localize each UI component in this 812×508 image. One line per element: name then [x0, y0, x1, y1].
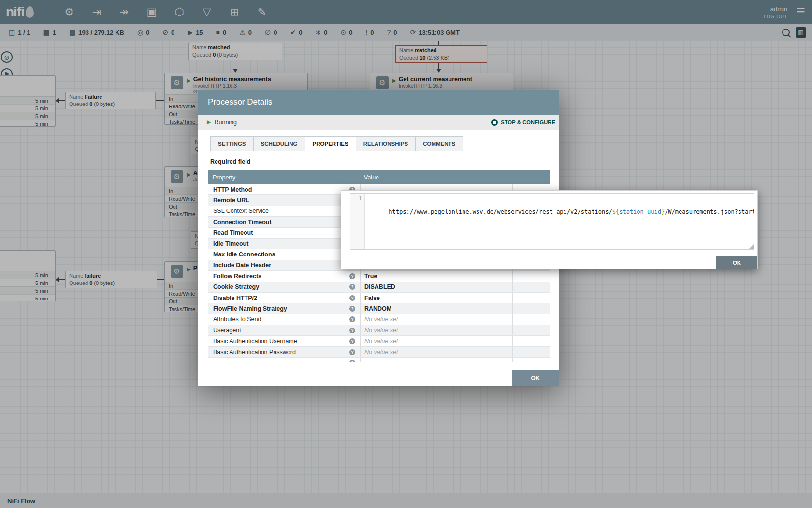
property-value[interactable]: RANDOM: [364, 305, 392, 312]
help-icon[interactable]: ?: [349, 328, 355, 333]
property-value[interactable]: False: [364, 295, 380, 301]
stop-and-configure-button[interactable]: STOP & CONFIGURE: [491, 119, 555, 126]
help-icon[interactable]: ?: [349, 284, 355, 290]
property-value-cell[interactable]: RANDOM: [360, 303, 512, 314]
property-value[interactable]: True: [364, 273, 377, 280]
property-value-cell[interactable]: No value set: [360, 347, 512, 357]
property-name-cell: Attributes to Send ?: [208, 314, 360, 325]
property-value-cell[interactable]: False: [360, 293, 512, 303]
property-name: Include Date Header: [213, 262, 271, 269]
value-editor-popup: 1 https://www.pegelonline.wsv.de/webserv…: [341, 190, 758, 269]
property-value-cell[interactable]: DISABLED: [360, 282, 512, 292]
dialog-tab[interactable]: RELATIONSHIPS: [356, 136, 416, 151]
property-name-cell: Idle Timeout ?: [208, 239, 360, 249]
property-name-cell: FlowFile Naming Strategy ?: [208, 303, 360, 314]
property-name-cell: Basic Authentication Password ?: [208, 347, 360, 357]
property-value-cell[interactable]: No value set: [360, 314, 512, 325]
dialog-tab[interactable]: PROPERTIES: [305, 136, 356, 151]
property-name-cell: ?: [208, 358, 360, 362]
property-name: FlowFile Naming Strategy: [213, 305, 287, 312]
property-value[interactable]: No value set: [364, 349, 398, 356]
property-row[interactable]: Follow Redirects ? True: [208, 271, 550, 282]
value-editor[interactable]: 1 https://www.pegelonline.wsv.de/webserv…: [350, 193, 754, 250]
property-name-cell: HTTP Method ?: [208, 184, 360, 194]
property-name: Connection Timeout: [213, 219, 272, 225]
property-row[interactable]: Attributes to Send ? No value set: [208, 314, 550, 325]
property-name-cell: SSL Context Service ?: [208, 206, 360, 216]
property-name-cell: Useragent ?: [208, 325, 360, 335]
help-icon[interactable]: ?: [349, 316, 355, 322]
property-name-cell: Disable HTTP/2 ?: [208, 293, 360, 303]
code-segment: https://www.pegelonline.wsv.de/webservic…: [389, 209, 612, 215]
property-name-cell: Read Timeout ?: [208, 228, 360, 238]
property-value[interactable]: No value set: [364, 338, 398, 344]
property-actions-cell: [512, 271, 550, 281]
property-name: Remote URL: [213, 197, 249, 204]
property-actions-cell: [512, 282, 550, 292]
property-name-cell: Remote URL ?: [208, 195, 360, 205]
property-actions-cell: [512, 358, 550, 362]
property-row[interactable]: ?: [208, 358, 550, 362]
property-name-cell: Max Idle Connections ?: [208, 249, 360, 259]
editor-ok-button[interactable]: OK: [716, 256, 757, 269]
property-name: Useragent: [213, 327, 241, 334]
property-name-cell: Include Date Header ?: [208, 260, 360, 270]
stop-configure-icon: [491, 119, 498, 126]
property-name: Read Timeout: [213, 229, 253, 236]
line-number: 1: [359, 195, 362, 202]
property-name: Cookie Strategy: [213, 284, 259, 290]
property-row[interactable]: Basic Authentication Password ? No value…: [208, 347, 550, 358]
property-name: Disable HTTP/2: [213, 295, 257, 301]
resize-handle-icon[interactable]: [749, 244, 754, 249]
property-column-header: Property: [208, 174, 360, 181]
property-name: Follow Redirects: [213, 273, 261, 280]
dialog-ok-button[interactable]: OK: [512, 370, 559, 386]
dialog-status-row: ▶ Running STOP & CONFIGURE: [198, 115, 559, 130]
value-column-header: Value: [360, 174, 550, 181]
property-name-cell: Connection Timeout ?: [208, 217, 360, 227]
code-segment: ${: [612, 209, 619, 215]
property-row[interactable]: Cookie Strategy ? DISABLED: [208, 282, 550, 293]
dialog-tab[interactable]: COMMENTS: [415, 136, 463, 151]
property-name: Attributes to Send: [213, 316, 261, 323]
property-value[interactable]: No value set: [364, 327, 398, 334]
property-actions-cell: [512, 293, 550, 303]
property-value-cell[interactable]: True: [360, 271, 512, 281]
property-row[interactable]: FlowFile Naming Strategy ? RANDOM: [208, 303, 550, 314]
dialog-tab[interactable]: SETTINGS: [210, 136, 254, 151]
property-row[interactable]: Disable HTTP/2 ? False: [208, 293, 550, 303]
running-status-label: Running: [214, 119, 237, 126]
property-actions-cell: [512, 303, 550, 314]
property-value-cell[interactable]: [360, 358, 512, 362]
property-actions-cell: [512, 325, 550, 335]
property-row[interactable]: Basic Authentication Username ? No value…: [208, 336, 550, 346]
property-value[interactable]: DISABLED: [364, 284, 395, 290]
stop-configure-label: STOP & CONFIGURE: [501, 120, 555, 125]
property-actions-cell: [512, 336, 550, 346]
properties-table-header: Property Value: [208, 170, 550, 184]
property-name: Idle Timeout: [213, 240, 248, 247]
help-icon[interactable]: ?: [349, 306, 355, 312]
property-name-cell: Follow Redirects ?: [208, 271, 360, 281]
dialog-tabs: SETTINGSSCHEDULINGPROPERTIESRELATIONSHIP…: [210, 136, 550, 151]
property-name: Basic Authentication Password: [213, 349, 296, 356]
property-name-cell: Basic Authentication Username ?: [208, 336, 360, 346]
help-icon[interactable]: ?: [349, 338, 355, 344]
dialog-title: Processor Details: [208, 97, 272, 107]
code-segment: /W/measurements.json?start=P30D: [665, 209, 754, 215]
property-name: Basic Authentication Username: [213, 338, 297, 344]
editor-code-line[interactable]: https://www.pegelonline.wsv.de/webservic…: [365, 194, 754, 249]
dialog-tab[interactable]: SCHEDULING: [253, 136, 305, 151]
property-value[interactable]: No value set: [364, 316, 398, 323]
dialog-header: Processor Details: [198, 90, 559, 115]
property-name-cell: Cookie Strategy ?: [208, 282, 360, 292]
property-value-cell[interactable]: No value set: [360, 325, 512, 335]
help-icon[interactable]: ?: [349, 295, 355, 301]
editor-gutter: 1: [350, 194, 365, 249]
property-row[interactable]: Useragent ? No value set: [208, 325, 550, 336]
nifi-application: nifi ⚙ ⇥ ↠ ▣ ⬡ ▽ ⊞ ✎ admin LOG OUT ☰ ◫ 1…: [0, 0, 812, 508]
help-icon[interactable]: ?: [349, 360, 355, 362]
help-icon[interactable]: ?: [349, 273, 355, 279]
property-value-cell[interactable]: No value set: [360, 336, 512, 346]
help-icon[interactable]: ?: [349, 349, 355, 355]
